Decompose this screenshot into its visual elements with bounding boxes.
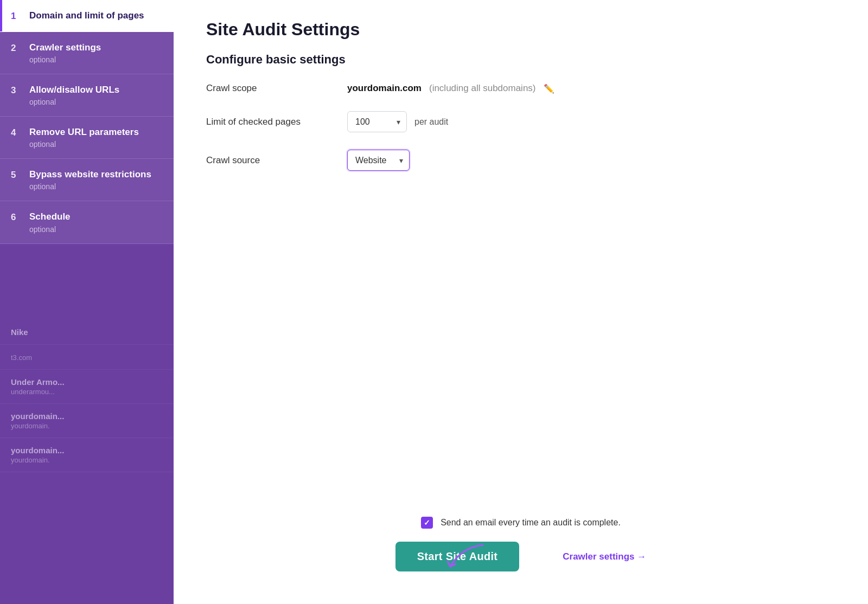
- email-checkbox[interactable]: ✓: [421, 517, 433, 529]
- settings-grid: Crawl scope yourdomain.com (including al…: [206, 83, 597, 171]
- bg-item-url: yourdomain.: [11, 422, 163, 430]
- sidebar-item-number: 2: [11, 42, 22, 54]
- sidebar-item-optional: optional: [29, 98, 119, 106]
- sidebar-item-number: 3: [11, 84, 22, 96]
- bg-item-url: t3.com: [11, 354, 163, 362]
- section-title: Configure basic settings: [206, 53, 835, 67]
- bg-item-name: Nike: [11, 327, 163, 337]
- crawl-scope-row: Crawl scope yourdomain.com (including al…: [206, 83, 597, 94]
- crawl-source-select[interactable]: Website Sitemap Both: [347, 150, 410, 171]
- sidebar-item-number: 4: [11, 126, 22, 138]
- sidebar-item-number: 6: [11, 211, 22, 223]
- sidebar-item-label: Bypass website restrictions: [29, 169, 151, 181]
- sidebar-item-domain[interactable]: 1 Domain and limit of pages: [0, 0, 174, 32]
- limit-select-wrapper: 100 500 1000 5000 10000 20000 50000 1000…: [347, 111, 407, 132]
- bg-list-item: Nike: [0, 320, 174, 345]
- sidebar-item-optional: optional: [29, 182, 151, 191]
- crawl-scope-note: (including all subdomains): [429, 83, 536, 94]
- limit-pages-row: Limit of checked pages 100 500 1000 5000…: [206, 111, 597, 132]
- sidebar-item-label: Allow/disallow URLs: [29, 84, 119, 96]
- sidebar-item-optional: optional: [29, 225, 71, 234]
- sidebar-item-number: 5: [11, 169, 22, 181]
- sidebar-item-schedule[interactable]: 6 Schedule optional: [0, 201, 174, 243]
- edit-icon[interactable]: ✏️: [544, 83, 554, 94]
- sidebar-item-label: Crawler settings: [29, 42, 101, 54]
- limit-pages-value: 100 500 1000 5000 10000 20000 50000 1000…: [347, 111, 448, 132]
- sidebar-item-allow-disallow[interactable]: 3 Allow/disallow URLs optional: [0, 74, 174, 117]
- crawl-source-label: Crawl source: [206, 155, 326, 166]
- bg-item-url: yourdomain.: [11, 456, 163, 464]
- main-content: Site Audit Settings Configure basic sett…: [174, 0, 868, 604]
- sidebar-item-optional: optional: [29, 55, 101, 64]
- arrow-icon: [445, 542, 488, 575]
- per-audit-text: per audit: [414, 117, 448, 127]
- email-row: ✓ Send an email every time an audit is c…: [206, 517, 835, 529]
- bg-list-item: t3.com: [0, 345, 174, 370]
- sidebar-item-optional: optional: [29, 140, 139, 149]
- bg-item-name: yourdomain...: [11, 446, 163, 455]
- crawler-settings-link[interactable]: Crawler settings →: [563, 551, 646, 562]
- crawl-scope-domain: yourdomain.com: [347, 83, 422, 94]
- arrow-annotation: [445, 542, 488, 577]
- sidebar-item-label: Remove URL parameters: [29, 126, 139, 138]
- crawl-source-select-wrapper: Website Sitemap Both ▾: [347, 150, 410, 171]
- page-title: Site Audit Settings: [206, 20, 835, 40]
- sidebar-nav: 1 Domain and limit of pages 2 Crawler se…: [0, 0, 174, 244]
- bg-item-name: yourdomain...: [11, 412, 163, 421]
- bg-list-item: yourdomain... yourdomain.: [0, 404, 174, 438]
- crawl-source-value: Website Sitemap Both ▾: [347, 150, 410, 171]
- limit-select[interactable]: 100 500 1000 5000 10000 20000 50000 1000…: [347, 111, 407, 132]
- crawl-scope-label: Crawl scope: [206, 83, 326, 94]
- sidebar-item-crawler[interactable]: 2 Crawler settings optional: [0, 32, 174, 74]
- bg-item-name: Under Armo...: [11, 377, 163, 387]
- sidebar-item-label: Schedule: [29, 211, 71, 223]
- bg-list-item: Under Armo... underarmou...: [0, 370, 174, 404]
- bg-item-url: underarmou...: [11, 388, 163, 396]
- bottom-buttons: Start Site Audit Crawler settings →: [206, 542, 835, 571]
- sidebar-item-bypass[interactable]: 5 Bypass website restrictions optional: [0, 159, 174, 201]
- sidebar-item-remove-url[interactable]: 4 Remove URL parameters optional: [0, 117, 174, 159]
- crawl-scope-value: yourdomain.com (including all subdomains…: [347, 83, 554, 94]
- sidebar-item-number: 1: [11, 10, 22, 22]
- crawl-source-row: Crawl source Website Sitemap Both ▾: [206, 150, 597, 171]
- checkmark-icon: ✓: [424, 518, 430, 527]
- left-panel: Nike t3.com Under Armo... underarmou... …: [0, 0, 174, 604]
- limit-pages-label: Limit of checked pages: [206, 117, 326, 127]
- sidebar-item-label: Domain and limit of pages: [29, 10, 144, 22]
- bg-list-item: yourdomain... yourdomain.: [0, 438, 174, 472]
- email-label: Send an email every time an audit is com…: [441, 518, 621, 528]
- bottom-section: ✓ Send an email every time an audit is c…: [206, 517, 835, 571]
